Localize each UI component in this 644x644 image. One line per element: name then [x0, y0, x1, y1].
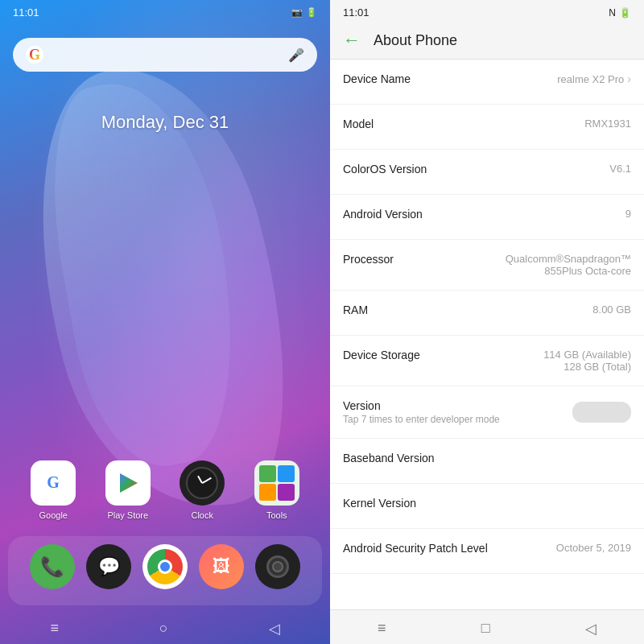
processor-value: Qualcomm®Snapdragon™855Plus Octa-core	[506, 253, 631, 277]
app-item-playstore[interactable]: Play Store	[105, 460, 151, 520]
nfc-icon: N	[609, 7, 616, 19]
nav-back-right[interactable]: ◁	[585, 620, 597, 638]
tools-cell-2	[278, 465, 295, 482]
nav-menu-right[interactable]: ≡	[378, 620, 386, 638]
device-name-label: Device Name	[343, 72, 557, 85]
tools-cell-1	[259, 465, 276, 482]
baseband-label: Baseband Version	[343, 452, 631, 464]
app-row: G Google	[0, 460, 330, 520]
status-icons-left: 📷 🔋	[291, 7, 317, 18]
ram-label: RAM	[343, 303, 592, 316]
status-time-left: 11:01	[13, 6, 39, 19]
top-bar: ← About Phone	[330, 22, 644, 60]
security-patch-label: Android Security Patch Level	[343, 542, 556, 555]
app-item-google[interactable]: G Google	[31, 460, 76, 520]
google-app-icon[interactable]: G	[31, 460, 76, 506]
info-list: Device Name realme X2 Pro › Model RMX193…	[330, 60, 644, 609]
model-label: Model	[343, 118, 584, 130]
tools-cell-3	[259, 484, 276, 501]
left-panel: 11:01 📷 🔋 G 🎤 Monday, Dec 31 G Google	[0, 0, 330, 644]
dock-camera-icon[interactable]	[255, 544, 300, 589]
device-name-value: realme X2 Pro	[557, 73, 624, 85]
clock-app-icon[interactable]	[180, 460, 225, 506]
dock-messages-icon[interactable]: 💬	[86, 544, 131, 589]
ram-value: 8.00 GB	[592, 303, 631, 316]
app-item-clock[interactable]: Clock	[180, 460, 225, 520]
kernel-label: Kernel Version	[343, 497, 631, 510]
back-button[interactable]: ←	[343, 30, 361, 51]
storage-label: Device Storage	[343, 349, 543, 361]
messages-symbol: 💬	[98, 556, 120, 577]
chrome-outer-ring	[147, 549, 183, 584]
g-letter-icon: G	[29, 47, 40, 64]
coloros-label: ColorOS Version	[343, 163, 609, 175]
device-name-value-group: realme X2 Pro ›	[557, 72, 631, 85]
status-bar-right: 11:01 N 🔋	[330, 0, 644, 22]
phone-symbol: 📞	[40, 555, 64, 578]
nav-back-left[interactable]: ◁	[269, 620, 280, 638]
battery-icon: 🔋	[306, 7, 317, 18]
tools-app-label: Tools	[266, 510, 287, 520]
version-label: Version	[343, 399, 500, 412]
info-item-processor: Processor Qualcomm®Snapdragon™855Plus Oc…	[330, 240, 644, 291]
dock-chrome-icon[interactable]	[142, 544, 188, 589]
dock-gallery-icon[interactable]: 🖼	[199, 544, 244, 589]
right-panel: 11:01 N 🔋 ← About Phone Device Name real…	[330, 0, 644, 644]
nav-home-left[interactable]: ○	[159, 620, 168, 638]
mic-icon[interactable]: 🎤	[288, 47, 304, 63]
nav-bar-right: ≡ □ ◁	[330, 609, 644, 644]
clock-app-label: Clock	[191, 510, 213, 520]
playstore-app-label: Play Store	[107, 510, 148, 520]
camera-lens	[266, 555, 289, 578]
dock-row: 📞 💬 🖼	[8, 536, 322, 605]
camera-lens-inner	[272, 561, 283, 572]
google-logo: G	[26, 46, 43, 64]
version-box	[572, 402, 631, 423]
info-item-model: Model RMX1931	[330, 105, 644, 150]
tools-cell-4	[278, 484, 295, 501]
storage-available: 114 GB (Available)	[543, 349, 631, 361]
info-item-storage: Device Storage 114 GB (Available) 128 GB…	[330, 336, 644, 386]
nav-home-right[interactable]: □	[481, 620, 490, 638]
info-item-kernel: Kernel Version	[330, 484, 644, 529]
chevron-right-icon: ›	[627, 72, 631, 85]
android-version-label: Android Version	[343, 208, 625, 221]
page-title: About Phone	[374, 32, 457, 49]
version-value	[588, 407, 615, 418]
dock-phone-icon[interactable]: 📞	[30, 544, 75, 589]
clock-min-hand	[202, 477, 212, 484]
notification-icon: 📷	[291, 7, 303, 18]
version-label-group: Version Tap 7 times to enter developer m…	[343, 399, 500, 425]
tools-app-icon[interactable]	[254, 460, 299, 506]
search-bar[interactable]: G 🎤	[13, 38, 317, 72]
google-app-label: Google	[39, 510, 68, 520]
info-item-device-name[interactable]: Device Name realme X2 Pro ›	[330, 60, 644, 105]
status-time-right: 11:01	[343, 6, 369, 19]
battery-right-icon: 🔋	[619, 7, 631, 19]
status-icons-right: N 🔋	[609, 7, 631, 19]
info-item-baseband: Baseband Version	[330, 439, 644, 484]
date-text: Monday, Dec 31	[101, 112, 229, 132]
model-value: RMX1931	[584, 118, 631, 130]
nav-menu-left[interactable]: ≡	[50, 620, 59, 638]
chrome-inner-circle	[158, 559, 172, 574]
version-sublabel: Tap 7 times to enter developer mode	[343, 414, 500, 425]
nav-bar-left: ≡ ○ ◁	[0, 613, 330, 644]
android-version-value: 9	[625, 208, 631, 220]
status-bar-left: 11:01 📷 🔋	[0, 0, 330, 22]
info-item-android-version: Android Version 9	[330, 195, 644, 240]
app-item-tools[interactable]: Tools	[254, 460, 299, 520]
info-item-security-patch: Android Security Patch Level October 5, …	[330, 529, 644, 574]
storage-total: 128 GB (Total)	[543, 361, 631, 373]
info-item-coloros: ColorOS Version V6.1	[330, 150, 644, 195]
info-item-ram: RAM 8.00 GB	[330, 291, 644, 336]
coloros-value: V6.1	[609, 163, 631, 175]
security-patch-value: October 5, 2019	[556, 542, 631, 554]
date-display: Monday, Dec 31	[0, 112, 330, 133]
storage-value-group: 114 GB (Available) 128 GB (Total)	[543, 349, 631, 373]
info-item-version[interactable]: Version Tap 7 times to enter developer m…	[330, 386, 644, 439]
playstore-app-icon[interactable]	[105, 460, 151, 506]
svg-text:G: G	[47, 473, 60, 491]
processor-label: Processor	[343, 253, 506, 266]
clock-face	[186, 467, 218, 499]
